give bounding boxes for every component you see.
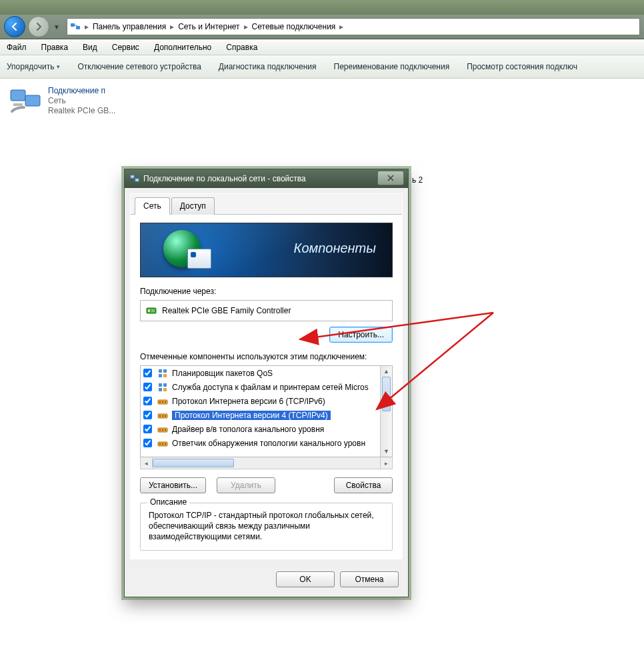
component-checkbox[interactable] (143, 425, 152, 433)
menu-help[interactable]: Справка (223, 41, 260, 53)
tab-sharing[interactable]: Доступ (171, 197, 215, 215)
dialog-title: Подключение по локальной сети - свойства (143, 174, 306, 183)
cmd-view-status[interactable]: Просмотр состояния подключ (467, 62, 577, 71)
horizontal-scrollbar[interactable]: ◂ ▸ (140, 457, 393, 469)
component-label: Ответчик обнаружения топологии канальног… (172, 439, 365, 448)
component-checkbox[interactable] (143, 369, 152, 377)
service-icon (157, 382, 168, 393)
cancel-button[interactable]: Отмена (340, 571, 399, 587)
connection-item[interactable]: Подключение п Сеть Realtek PCIe GB... (0, 79, 644, 123)
svg-rect-29 (165, 429, 166, 431)
component-row[interactable]: Служба доступа к файлам и принтерам сете… (141, 380, 381, 394)
component-row[interactable]: Драйвер в/в тополога канального уровня (141, 422, 381, 436)
connection-text: Подключение п Сеть Realtek PCIe GB... (48, 86, 115, 116)
breadcrumb-sep-icon: ▸ (85, 22, 89, 31)
component-row[interactable]: Протокол Интернета версии 4 (TCP/IPv4) (141, 408, 381, 422)
menu-view[interactable]: Вид (80, 41, 100, 53)
svg-rect-15 (163, 383, 167, 387)
svg-rect-2 (11, 90, 25, 101)
cmd-label: Упорядочить (7, 62, 54, 71)
svg-rect-6 (135, 179, 139, 181)
content-area: Подключение п Сеть Realtek PCIe GB... ь … (0, 79, 644, 660)
connect-using-label: Подключение через: (140, 287, 393, 296)
dialog-icon (130, 174, 139, 183)
tab-page-network: Компоненты Подключение через: Realtek PC… (131, 215, 402, 559)
connection-name-link[interactable]: Подключение п (48, 86, 105, 95)
description-text: Протокол TCP/IP - стандартный протокол г… (149, 510, 384, 542)
properties-dialog: Подключение по локальной сети - свойства… (124, 169, 409, 597)
partial-item-text: ь 2 (412, 175, 423, 185)
breadcrumb-label: Сетевые подключения (252, 22, 336, 31)
connection-network-label: Сеть (48, 96, 115, 106)
component-checkbox[interactable] (143, 411, 152, 419)
components-banner: Компоненты (140, 223, 393, 277)
cmd-rename[interactable]: Переименование подключения (334, 62, 450, 71)
component-label: Драйвер в/в тополога канального уровня (172, 425, 324, 434)
cmd-disable-device[interactable]: Отключение сетевого устройства (77, 62, 201, 71)
nav-toolbar: ▼ ▸ Панель управления▸ Сеть и Интернет▸ … (0, 15, 644, 39)
service-icon (157, 368, 168, 379)
properties-button[interactable]: Свойства (334, 477, 393, 493)
description-legend: Описание (147, 497, 189, 507)
tab-network[interactable]: Сеть (135, 197, 170, 215)
menu-file[interactable]: Файл (4, 41, 29, 53)
configure-button[interactable]: Настроить... (329, 327, 393, 343)
arrow-right-icon (35, 23, 43, 31)
svg-rect-19 (159, 401, 161, 403)
component-row[interactable]: Протокол Интернета версии 6 (TCP/IPv6) (141, 394, 381, 408)
install-button[interactable]: Установить... (140, 477, 206, 493)
component-label: Служба доступа к файлам и принтерам сете… (172, 383, 369, 392)
svg-rect-27 (159, 429, 161, 431)
vertical-scrollbar[interactable]: ▲ ▼ (380, 366, 392, 457)
banner-title: Компоненты (294, 241, 376, 256)
breadcrumb-seg[interactable]: Панель управления▸ (93, 22, 174, 31)
svg-rect-24 (162, 415, 163, 417)
dialog-footer: OK Отмена (125, 565, 408, 597)
scroll-thumb[interactable] (382, 377, 391, 411)
component-checkbox[interactable] (143, 383, 152, 391)
nav-forward-button[interactable] (28, 16, 49, 37)
scroll-left-icon[interactable]: ◂ (141, 457, 153, 469)
menu-edit[interactable]: Правка (39, 41, 71, 53)
component-checkbox[interactable] (143, 439, 152, 447)
protocol-icon (157, 424, 168, 435)
scroll-up-icon[interactable]: ▲ (381, 366, 392, 377)
protocol-icon (157, 396, 168, 407)
description-groupbox: Описание Протокол TCP/IP - стандартный п… (140, 503, 393, 551)
scroll-down-icon[interactable]: ▼ (381, 446, 392, 457)
svg-rect-5 (131, 175, 134, 178)
svg-rect-4 (13, 103, 23, 106)
ok-button[interactable]: OK (276, 571, 335, 587)
dialog-close-button[interactable] (377, 171, 404, 185)
svg-rect-25 (165, 415, 166, 417)
components-used-label: Отмеченные компоненты используются этим … (140, 352, 393, 361)
svg-rect-28 (162, 429, 163, 431)
nav-history-dropdown[interactable]: ▼ (53, 23, 60, 31)
breadcrumb-seg[interactable]: Сеть и Интернет▸ (178, 22, 247, 31)
cmd-diagnose[interactable]: Диагностика подключения (219, 62, 317, 71)
component-checkbox[interactable] (143, 397, 152, 405)
dialog-titlebar[interactable]: Подключение по локальной сети - свойства (125, 169, 408, 188)
address-bar[interactable]: ▸ Панель управления▸ Сеть и Интернет▸ Се… (67, 18, 640, 35)
svg-rect-8 (148, 309, 150, 312)
component-row[interactable]: Планировщик пакетов QoS (141, 366, 381, 380)
breadcrumb-sep-icon: ▸ (339, 22, 343, 31)
scroll-right-icon[interactable]: ▸ (380, 457, 392, 469)
breadcrumb-seg[interactable]: Сетевые подключения▸ (252, 22, 344, 31)
menu-tools[interactable]: Сервис (109, 41, 142, 53)
menu-advanced[interactable]: Дополнительно (151, 41, 214, 53)
svg-rect-13 (163, 374, 167, 377)
svg-rect-3 (25, 95, 40, 106)
component-row[interactable]: Ответчик обнаружения топологии канальног… (141, 436, 381, 450)
cmd-organize[interactable]: Упорядочить ▾ (7, 62, 60, 71)
components-list[interactable]: Планировщик пакетов QoSСлужба доступа к … (140, 365, 393, 457)
component-label: Протокол Интернета версии 6 (TCP/IPv6) (172, 397, 325, 406)
svg-rect-11 (163, 369, 167, 373)
svg-rect-12 (159, 374, 162, 377)
connection-adapter-label: Realtek PCIe GB... (48, 106, 115, 116)
breadcrumb-sep-icon: ▸ (170, 22, 174, 31)
scroll-hthumb[interactable] (153, 459, 234, 467)
svg-rect-21 (165, 401, 166, 403)
nav-back-button[interactable] (4, 16, 25, 37)
component-label: Планировщик пакетов QoS (172, 369, 273, 378)
